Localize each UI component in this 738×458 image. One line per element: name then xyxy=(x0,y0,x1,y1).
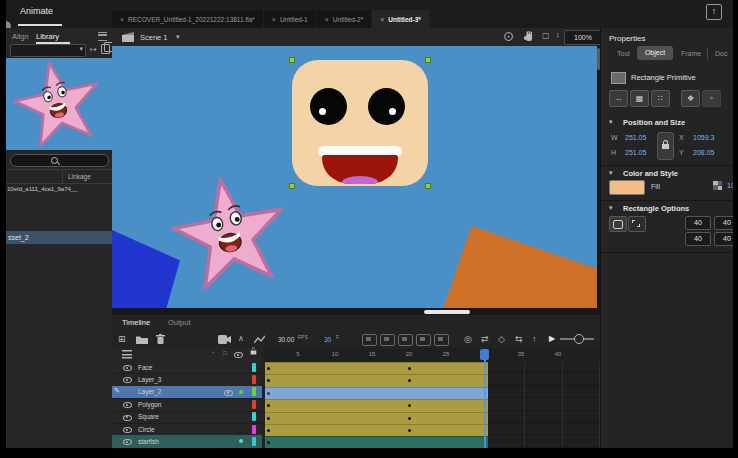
export-animation-icon[interactable]: ↑ xyxy=(532,333,537,345)
library-document-select[interactable]: ▾ xyxy=(10,44,86,57)
alpha-checker-icon[interactable] xyxy=(713,181,722,190)
layer-color-swatch[interactable] xyxy=(252,412,256,421)
zoom-stepper[interactable]: ↕ xyxy=(556,31,560,38)
corner-link-toggle[interactable] xyxy=(628,216,646,232)
keyframe-dot[interactable] xyxy=(408,429,411,432)
doc-tab-untitled-1[interactable]: × Untitled-1 xyxy=(264,10,317,28)
onion-range-icon[interactable]: ◎ xyxy=(464,333,472,345)
layer-color-swatch[interactable] xyxy=(252,437,256,446)
lock-aspect-button[interactable] xyxy=(657,132,674,160)
rounded-corner-toggle[interactable] xyxy=(609,216,627,232)
scene-name[interactable]: Scene 1 xyxy=(140,33,168,42)
pin-library-icon[interactable]: ↦ xyxy=(90,45,97,54)
library-search-input[interactable] xyxy=(10,154,109,167)
fps-value[interactable]: 30.00 xyxy=(278,336,294,343)
edit-multiple-frames-button[interactable] xyxy=(416,334,431,346)
collapse-icon[interactable]: ▾ xyxy=(609,169,613,177)
library-list-header[interactable]: Linkage xyxy=(6,169,112,184)
layer-color-swatch[interactable] xyxy=(252,425,256,434)
eye-icon[interactable] xyxy=(123,363,132,371)
close-icon[interactable]: × xyxy=(120,16,124,23)
instance-behavior-button[interactable]: ▦ xyxy=(630,90,649,107)
keyframe-dot[interactable] xyxy=(408,367,411,370)
rectangle-options-section-header[interactable]: Rectangle Options xyxy=(623,204,689,213)
play-button[interactable]: ▶ xyxy=(549,333,555,345)
keyframe-dot[interactable] xyxy=(408,404,411,407)
tab-align[interactable]: Align xyxy=(12,32,29,41)
layer-row-face[interactable]: Face xyxy=(112,361,262,374)
timeline-zoom-knob[interactable] xyxy=(574,334,584,344)
onion-outline-button[interactable] xyxy=(398,334,413,346)
layer-row-starfish[interactable]: starfish xyxy=(112,435,262,448)
show-hide-column-icon[interactable] xyxy=(234,350,243,358)
center-playhead-icon[interactable]: ◇ xyxy=(498,333,505,345)
keyframe-dot[interactable] xyxy=(267,417,270,420)
y-value[interactable]: 208.05 xyxy=(693,149,714,156)
keyframe-dot[interactable] xyxy=(408,379,411,382)
frame-span-starfish[interactable] xyxy=(265,436,488,448)
highlight-column-icon[interactable]: · xyxy=(212,349,214,356)
layer-color-swatch[interactable] xyxy=(252,363,256,372)
doc-tab-recover[interactable]: × RECOVER_Untitled-1_20221222:13811.fla* xyxy=(112,10,264,28)
starfish-character[interactable] xyxy=(168,174,292,294)
face-rectangle-primitive[interactable] xyxy=(292,60,428,186)
modify-markers-button[interactable] xyxy=(434,334,449,346)
playhead-marker[interactable] xyxy=(480,349,489,360)
keyframe-dot[interactable] xyxy=(267,441,270,444)
corner-radius-tr-field[interactable]: 40 xyxy=(714,216,733,230)
frame-span-circle[interactable] xyxy=(265,424,488,436)
tab-tool[interactable]: Tool xyxy=(617,50,630,57)
tab-timeline[interactable]: Timeline xyxy=(122,318,150,327)
clip-content-icon[interactable]: ▢ xyxy=(542,31,550,40)
linkage-column-header[interactable]: Linkage xyxy=(68,173,91,180)
layer-color-swatch[interactable] xyxy=(252,400,256,409)
keyframe-dot[interactable] xyxy=(267,379,270,382)
layer-hierarchy-icon[interactable]: ∧ xyxy=(238,333,244,345)
scrollbar-thumb[interactable] xyxy=(424,310,470,314)
keyframe-dot[interactable] xyxy=(267,392,270,395)
frame-span-square[interactable] xyxy=(265,412,488,424)
layer-color-swatch[interactable] xyxy=(252,387,256,396)
loop-button[interactable] xyxy=(362,334,377,346)
new-layer-icon[interactable]: ⊞ xyxy=(118,333,126,345)
step-back-icon[interactable]: ⇄ xyxy=(481,333,489,345)
filters-button[interactable]: ✶ xyxy=(702,90,721,107)
library-item-selected[interactable]: sset_2 xyxy=(6,231,112,244)
keyframe-dot[interactable] xyxy=(267,367,270,370)
collapse-icon[interactable]: ▾ xyxy=(609,204,613,212)
tab-library[interactable]: Library xyxy=(36,32,59,41)
hide-layer-icon[interactable] xyxy=(224,388,233,396)
eye-icon[interactable] xyxy=(123,437,132,445)
frame-span-layer2-selected[interactable] xyxy=(265,387,488,399)
layer-name[interactable]: Face xyxy=(138,364,152,371)
graph-editor-icon[interactable] xyxy=(254,335,265,344)
layer-color-swatch[interactable] xyxy=(252,375,256,384)
clapperboard-icon[interactable] xyxy=(122,32,134,42)
keyframe-dot[interactable] xyxy=(408,417,411,420)
selection-handle[interactable] xyxy=(289,57,295,63)
center-stage-icon[interactable]: ⨀ xyxy=(504,31,513,41)
column-divider[interactable] xyxy=(62,170,63,183)
frame-span-face[interactable] xyxy=(265,362,488,374)
close-icon[interactable]: × xyxy=(272,16,276,23)
tab-doc[interactable]: Doc xyxy=(715,50,727,57)
doc-tab-untitled-3-active[interactable]: × Untitled-3* xyxy=(372,10,430,28)
eye-icon[interactable] xyxy=(123,425,132,433)
layer-name[interactable]: starfish xyxy=(138,438,159,445)
step-forward-icon[interactable]: ⇆ xyxy=(515,333,523,345)
eye-icon[interactable] xyxy=(123,400,132,408)
delete-layer-icon[interactable] xyxy=(156,334,165,344)
layers-stack-icon[interactable] xyxy=(122,350,132,359)
tab-frame[interactable]: Frame xyxy=(681,50,701,57)
share-icon[interactable]: ↑ xyxy=(706,4,722,20)
layer-name[interactable]: Layer_2 xyxy=(138,388,162,395)
selection-handle[interactable] xyxy=(425,183,431,189)
frame-span-polygon[interactable] xyxy=(265,399,488,411)
selection-handle[interactable] xyxy=(289,183,295,189)
tab-object-active[interactable]: Object xyxy=(637,46,673,60)
layer-name[interactable]: Layer_3 xyxy=(138,376,162,383)
doc-tab-untitled-2[interactable]: × Untitled-2* xyxy=(317,10,372,28)
keyframe-dot[interactable] xyxy=(267,404,270,407)
corner-radius-bl-field[interactable]: 40 xyxy=(685,232,711,246)
fill-color-swatch[interactable] xyxy=(609,180,645,195)
